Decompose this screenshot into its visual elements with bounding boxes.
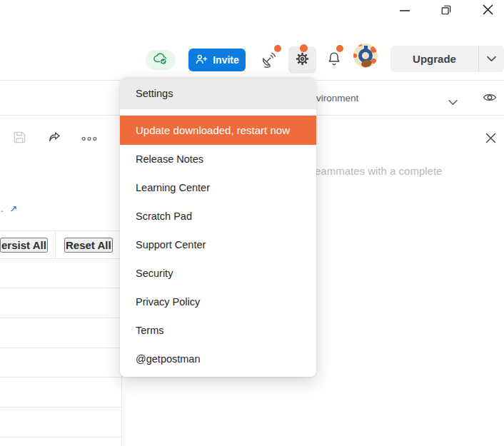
menu-item-label: Terms <box>136 325 163 336</box>
bell-icon <box>326 51 343 70</box>
menu-item-settings[interactable]: Settings <box>120 77 316 109</box>
menu-item-label: Support Center <box>136 239 206 250</box>
avatar-art <box>364 46 368 49</box>
gear-icon <box>294 51 311 70</box>
save-icon <box>12 130 27 147</box>
close-icon <box>482 4 494 18</box>
menu-item-security[interactable]: Security <box>120 259 316 288</box>
table-row-divider <box>0 348 121 348</box>
table-row-divider <box>0 288 121 288</box>
notifications-bell-button[interactable] <box>325 51 343 69</box>
menu-item-label: Privacy Policy <box>136 296 200 308</box>
save-button[interactable] <box>10 129 29 148</box>
minimize-icon <box>399 5 410 19</box>
menu-item-privacy-policy[interactable]: Privacy Policy <box>120 288 316 316</box>
environment-selector[interactable]: vironment <box>316 93 358 103</box>
notification-dot <box>274 45 281 52</box>
close-panel-button[interactable] <box>482 131 499 148</box>
invite-button-label: Invite <box>213 54 239 66</box>
window-restore-button[interactable] <box>436 1 456 20</box>
ellipsis-icon <box>81 133 98 144</box>
divider <box>55 230 56 258</box>
menu-item-label: Release Notes <box>136 153 203 165</box>
menu-item-label: Learning Center <box>136 182 210 193</box>
link-text-fragment: . <box>1 203 4 214</box>
menu-item-release-notes[interactable]: Release Notes <box>120 145 316 173</box>
chevron-down-icon[interactable] <box>448 96 458 108</box>
invite-button[interactable]: Invite <box>188 49 246 71</box>
menu-item-support-center[interactable]: Support Center <box>120 230 316 259</box>
menu-item-getpostman[interactable]: @getpostman <box>120 345 316 373</box>
menu-item-scratch-pad[interactable]: Scratch Pad <box>120 202 316 230</box>
table-row-divider <box>0 407 121 407</box>
satellite-icon <box>260 51 278 71</box>
menu-item-label: Scratch Pad <box>136 211 192 222</box>
documentation-link[interactable]: . ↗ <box>1 203 17 214</box>
user-avatar-button[interactable] <box>353 44 378 68</box>
eye-icon <box>483 94 497 105</box>
notification-dot <box>300 44 308 52</box>
share-button[interactable] <box>45 129 64 148</box>
table-border <box>0 258 121 259</box>
chevron-down-icon <box>487 54 496 64</box>
upgrade-button-group: Upgrade <box>390 46 504 72</box>
menu-item-label: Settings <box>136 88 173 99</box>
satellite-button[interactable] <box>258 50 279 71</box>
table-row-divider <box>0 318 121 318</box>
menu-item-label: @getpostman <box>136 353 201 365</box>
teammates-hint-text: eammates with a complete <box>315 165 442 177</box>
table-row-divider <box>0 377 121 377</box>
more-options-button[interactable] <box>80 133 99 143</box>
persist-all-button[interactable]: ersist All <box>0 238 48 253</box>
person-add-icon <box>195 53 208 67</box>
menu-item-learning-center[interactable]: Learning Center <box>120 173 316 202</box>
menu-item-label: Update downloaded, restart now <box>136 124 290 136</box>
window-close-button[interactable] <box>478 1 498 20</box>
upgrade-button-label: Upgrade <box>413 53 456 65</box>
upgrade-dropdown-button[interactable] <box>479 46 504 72</box>
share-icon <box>46 129 63 148</box>
menu-item-label: Security <box>136 268 173 279</box>
external-link-icon: ↗ <box>9 203 17 214</box>
restore-icon <box>440 4 453 19</box>
window-minimize-button[interactable] <box>395 2 415 21</box>
avatar-art <box>353 54 357 58</box>
sync-status-button[interactable] <box>146 50 176 70</box>
reset-all-button[interactable]: Reset All <box>64 238 113 253</box>
menu-item-terms[interactable]: Terms <box>120 316 316 345</box>
notification-dot <box>336 45 343 52</box>
table-row-divider <box>0 437 121 437</box>
table-border <box>0 230 121 231</box>
menu-item-update-restart[interactable]: Update downloaded, restart now <box>120 116 316 145</box>
avatar-art <box>358 44 362 46</box>
cloud-check-icon <box>152 51 169 69</box>
environment-preview-button[interactable] <box>483 92 497 105</box>
upgrade-button[interactable]: Upgrade <box>390 46 478 72</box>
close-icon <box>485 132 497 146</box>
app-settings-menu: Settings Update downloaded, restart now … <box>120 77 316 377</box>
